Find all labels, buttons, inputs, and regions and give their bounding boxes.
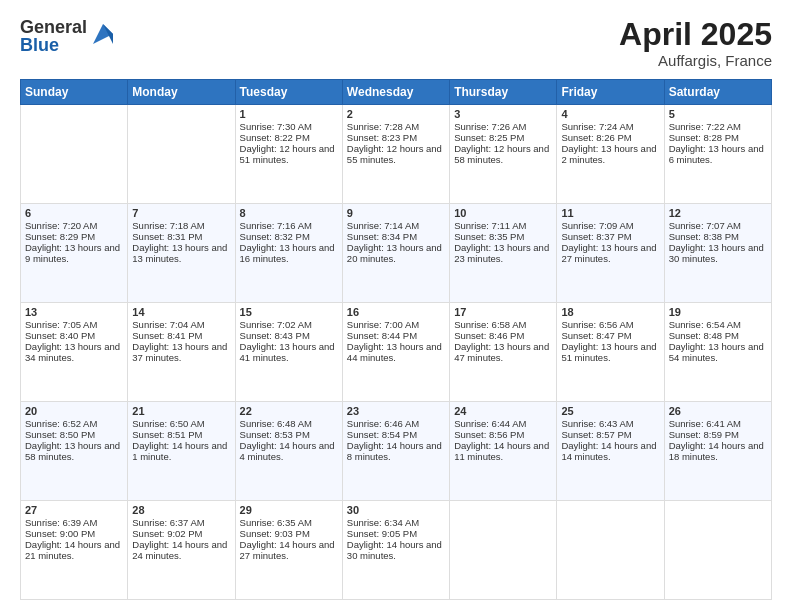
day-info: Daylight: 12 hours and 55 minutes. [347, 143, 445, 165]
day-number: 8 [240, 207, 338, 219]
calendar-cell: 23Sunrise: 6:46 AMSunset: 8:54 PMDayligh… [342, 402, 449, 501]
day-info: Daylight: 13 hours and 27 minutes. [561, 242, 659, 264]
day-info: Daylight: 13 hours and 51 minutes. [561, 341, 659, 363]
day-number: 19 [669, 306, 767, 318]
day-number: 5 [669, 108, 767, 120]
calendar-cell: 27Sunrise: 6:39 AMSunset: 9:00 PMDayligh… [21, 501, 128, 600]
day-number: 10 [454, 207, 552, 219]
day-number: 16 [347, 306, 445, 318]
calendar-table: Sunday Monday Tuesday Wednesday Thursday… [20, 79, 772, 600]
day-info: Daylight: 13 hours and 6 minutes. [669, 143, 767, 165]
day-info: Sunset: 8:37 PM [561, 231, 659, 242]
day-info: Sunrise: 7:09 AM [561, 220, 659, 231]
day-number: 28 [132, 504, 230, 516]
day-info: Sunrise: 6:48 AM [240, 418, 338, 429]
day-info: Sunset: 8:54 PM [347, 429, 445, 440]
col-monday: Monday [128, 80, 235, 105]
day-info: Sunrise: 6:46 AM [347, 418, 445, 429]
day-info: Sunrise: 6:37 AM [132, 517, 230, 528]
calendar-cell: 28Sunrise: 6:37 AMSunset: 9:02 PMDayligh… [128, 501, 235, 600]
calendar-cell: 8Sunrise: 7:16 AMSunset: 8:32 PMDaylight… [235, 204, 342, 303]
day-info: Sunset: 8:26 PM [561, 132, 659, 143]
day-number: 22 [240, 405, 338, 417]
day-info: Sunset: 8:23 PM [347, 132, 445, 143]
day-info: Sunset: 8:50 PM [25, 429, 123, 440]
day-info: Daylight: 13 hours and 54 minutes. [669, 341, 767, 363]
calendar-cell [664, 501, 771, 600]
calendar-cell: 24Sunrise: 6:44 AMSunset: 8:56 PMDayligh… [450, 402, 557, 501]
day-info: Daylight: 13 hours and 47 minutes. [454, 341, 552, 363]
day-info: Daylight: 14 hours and 21 minutes. [25, 539, 123, 561]
day-info: Sunset: 8:44 PM [347, 330, 445, 341]
calendar-cell: 20Sunrise: 6:52 AMSunset: 8:50 PMDayligh… [21, 402, 128, 501]
calendar-cell: 2Sunrise: 7:28 AMSunset: 8:23 PMDaylight… [342, 105, 449, 204]
col-wednesday: Wednesday [342, 80, 449, 105]
day-info: Daylight: 13 hours and 44 minutes. [347, 341, 445, 363]
day-number: 25 [561, 405, 659, 417]
day-info: Sunrise: 7:30 AM [240, 121, 338, 132]
day-info: Sunrise: 7:05 AM [25, 319, 123, 330]
day-info: Daylight: 13 hours and 23 minutes. [454, 242, 552, 264]
day-info: Daylight: 14 hours and 11 minutes. [454, 440, 552, 462]
calendar-cell [557, 501, 664, 600]
day-info: Daylight: 12 hours and 51 minutes. [240, 143, 338, 165]
day-info: Sunset: 8:40 PM [25, 330, 123, 341]
day-info: Sunset: 8:46 PM [454, 330, 552, 341]
page: General Blue April 2025 Auffargis, Franc… [0, 0, 792, 612]
day-number: 13 [25, 306, 123, 318]
calendar-cell: 11Sunrise: 7:09 AMSunset: 8:37 PMDayligh… [557, 204, 664, 303]
day-number: 24 [454, 405, 552, 417]
day-info: Sunset: 8:28 PM [669, 132, 767, 143]
day-info: Sunset: 8:53 PM [240, 429, 338, 440]
location: Auffargis, France [619, 52, 772, 69]
logo-text: General Blue [20, 18, 87, 54]
day-info: Daylight: 13 hours and 37 minutes. [132, 341, 230, 363]
day-info: Sunset: 9:02 PM [132, 528, 230, 539]
day-info: Sunrise: 6:43 AM [561, 418, 659, 429]
logo-icon [89, 20, 117, 48]
day-info: Sunrise: 7:16 AM [240, 220, 338, 231]
calendar-cell: 1Sunrise: 7:30 AMSunset: 8:22 PMDaylight… [235, 105, 342, 204]
day-info: Daylight: 13 hours and 58 minutes. [25, 440, 123, 462]
calendar-cell: 30Sunrise: 6:34 AMSunset: 9:05 PMDayligh… [342, 501, 449, 600]
day-info: Sunrise: 7:14 AM [347, 220, 445, 231]
col-thursday: Thursday [450, 80, 557, 105]
col-tuesday: Tuesday [235, 80, 342, 105]
day-number: 20 [25, 405, 123, 417]
day-info: Daylight: 13 hours and 16 minutes. [240, 242, 338, 264]
day-info: Daylight: 14 hours and 4 minutes. [240, 440, 338, 462]
day-info: Daylight: 14 hours and 18 minutes. [669, 440, 767, 462]
day-info: Sunset: 8:22 PM [240, 132, 338, 143]
calendar-week-3: 13Sunrise: 7:05 AMSunset: 8:40 PMDayligh… [21, 303, 772, 402]
calendar-cell: 4Sunrise: 7:24 AMSunset: 8:26 PMDaylight… [557, 105, 664, 204]
logo-general: General [20, 18, 87, 36]
day-number: 26 [669, 405, 767, 417]
day-info: Sunrise: 7:04 AM [132, 319, 230, 330]
calendar-week-2: 6Sunrise: 7:20 AMSunset: 8:29 PMDaylight… [21, 204, 772, 303]
day-info: Sunrise: 6:56 AM [561, 319, 659, 330]
calendar-cell: 25Sunrise: 6:43 AMSunset: 8:57 PMDayligh… [557, 402, 664, 501]
day-info: Daylight: 13 hours and 41 minutes. [240, 341, 338, 363]
calendar-cell: 13Sunrise: 7:05 AMSunset: 8:40 PMDayligh… [21, 303, 128, 402]
col-sunday: Sunday [21, 80, 128, 105]
day-number: 11 [561, 207, 659, 219]
col-friday: Friday [557, 80, 664, 105]
logo-blue: Blue [20, 36, 87, 54]
day-info: Sunrise: 6:39 AM [25, 517, 123, 528]
day-info: Daylight: 14 hours and 27 minutes. [240, 539, 338, 561]
day-info: Sunset: 8:34 PM [347, 231, 445, 242]
day-number: 3 [454, 108, 552, 120]
day-info: Sunrise: 6:50 AM [132, 418, 230, 429]
day-info: Daylight: 13 hours and 20 minutes. [347, 242, 445, 264]
day-number: 29 [240, 504, 338, 516]
day-info: Sunrise: 7:22 AM [669, 121, 767, 132]
day-info: Daylight: 13 hours and 30 minutes. [669, 242, 767, 264]
day-number: 4 [561, 108, 659, 120]
calendar-cell [450, 501, 557, 600]
day-info: Daylight: 14 hours and 1 minute. [132, 440, 230, 462]
calendar-cell: 12Sunrise: 7:07 AMSunset: 8:38 PMDayligh… [664, 204, 771, 303]
day-number: 27 [25, 504, 123, 516]
day-info: Daylight: 14 hours and 30 minutes. [347, 539, 445, 561]
day-number: 15 [240, 306, 338, 318]
day-number: 21 [132, 405, 230, 417]
